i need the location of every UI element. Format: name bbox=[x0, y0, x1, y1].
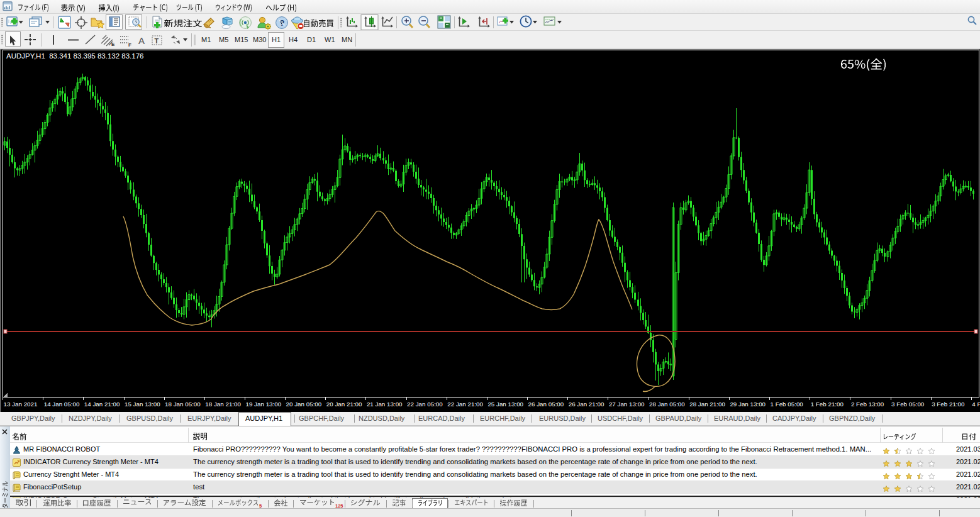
svg-text:3 Feb 05:00: 3 Feb 05:00 bbox=[891, 401, 925, 408]
svg-text:20 Jan 05:00: 20 Jan 05:00 bbox=[286, 401, 322, 408]
svg-text:13 Jan 2021: 13 Jan 2021 bbox=[4, 401, 38, 408]
svg-text:18 Jan 21:00: 18 Jan 21:00 bbox=[205, 401, 241, 408]
svg-text:14 Jan 21:00: 14 Jan 21:00 bbox=[84, 401, 120, 408]
svg-text:2 Feb 13:00: 2 Feb 13:00 bbox=[851, 401, 884, 408]
svg-text:22 Jan 21:00: 22 Jan 21:00 bbox=[447, 401, 483, 408]
svg-text:18 Jan 05:00: 18 Jan 05:00 bbox=[165, 401, 201, 408]
svg-text:15 Jan 13:00: 15 Jan 13:00 bbox=[125, 401, 160, 408]
svg-text:1 Feb 05:00: 1 Feb 05:00 bbox=[771, 401, 804, 408]
svg-text:21 Jan 13:00: 21 Jan 13:00 bbox=[367, 401, 403, 408]
svg-text:26 Jan 05:00: 26 Jan 05:00 bbox=[528, 401, 564, 408]
svg-text:29 Jan 13:00: 29 Jan 13:00 bbox=[730, 401, 766, 408]
svg-text:20 Jan 21:00: 20 Jan 21:00 bbox=[326, 401, 362, 408]
svg-text:28 Jan 21:00: 28 Jan 21:00 bbox=[689, 401, 725, 408]
svg-text:22 Jan 05:00: 22 Jan 05:00 bbox=[407, 401, 443, 408]
svg-text:4 Feb 13:00: 4 Feb 13:00 bbox=[972, 401, 980, 408]
svg-text:19 Jan 13:00: 19 Jan 13:00 bbox=[246, 401, 282, 408]
svg-text:28 Jan 05:00: 28 Jan 05:00 bbox=[649, 401, 685, 408]
svg-text:3 Feb 21:00: 3 Feb 21:00 bbox=[932, 401, 965, 408]
svg-text:1 Feb 21:00: 1 Feb 21:00 bbox=[811, 401, 844, 408]
svg-text:AUDJPY,H1 83.341 83.395 83.13: AUDJPY,H1 83.341 83.395 83.132 83.176 bbox=[6, 52, 143, 60]
svg-text:14 Jan 05:00: 14 Jan 05:00 bbox=[44, 401, 80, 408]
svg-text:25 Jan 13:00: 25 Jan 13:00 bbox=[487, 401, 523, 408]
svg-text:27 Jan 13:00: 27 Jan 13:00 bbox=[609, 401, 645, 408]
svg-text:26 Jan 21:00: 26 Jan 21:00 bbox=[569, 401, 604, 408]
